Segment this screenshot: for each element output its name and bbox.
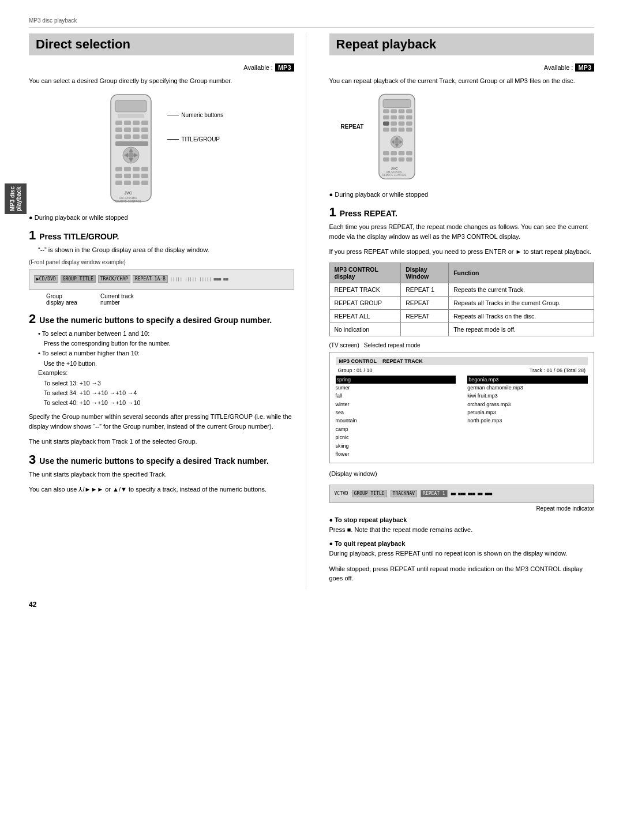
tv-screen-box: MP3 CONTROL REPEAT TRACK Group : 01 / 10… (329, 352, 595, 464)
table-cell-col3: The repeat mode is off. (449, 322, 594, 336)
tv-col1-item: skiing (336, 442, 456, 450)
tv-header-col2: REPEAT TRACK (382, 358, 423, 364)
tv-col1-item: winter (336, 400, 456, 408)
group-track-labels: Group display area Current track number (46, 293, 294, 306)
svg-rect-30 (115, 181, 122, 185)
step2-text-direct: Use the numeric buttons to specify a des… (39, 316, 272, 325)
svg-rect-64 (406, 151, 412, 155)
tv-col1-item: flower (336, 450, 456, 458)
svg-rect-49 (399, 121, 405, 125)
table-cell-col1: No indication (329, 322, 401, 336)
step2-para2: The unit starts playback from Track 1 of… (29, 437, 294, 447)
page-number: 42 (29, 601, 594, 609)
remote-svg-direct: JVC RM-SX051BU REMOTE CONTROL (99, 92, 163, 207)
tv-screen-header-row: (TV screen) Selected repeat mode (329, 342, 595, 350)
svg-rect-63 (399, 151, 405, 155)
step2-para: Specify the Group number within several … (29, 412, 294, 431)
svg-rect-44 (391, 115, 397, 119)
table-cell-col1: REPEAT ALL (329, 309, 401, 322)
example2: To select 34: +10 →+10 →+10 →4 (44, 388, 294, 398)
step3-num-direct: 3 (29, 452, 36, 467)
tv-col1-item: camp (336, 425, 456, 433)
tv-col1-item: mountain (336, 417, 456, 425)
svg-rect-40 (391, 109, 397, 113)
svg-rect-53 (399, 127, 405, 132)
table-cell-col2: REPEAT 1 (401, 283, 449, 296)
bullet-during-playback-repeat: During playback or while stopped (329, 190, 595, 200)
svg-rect-32 (133, 181, 140, 185)
svg-rect-9 (133, 127, 140, 132)
table-cell-col2: REPEAT (401, 296, 449, 309)
step1-num-direct: 1 (29, 228, 36, 243)
display-window-img: ▶CD/DVD GROUP TITLE TRACK/CHAP REPEAT 1A… (29, 269, 294, 290)
svg-rect-7 (115, 127, 122, 132)
step1-text-repeat: Press REPEAT. (340, 209, 397, 218)
svg-text:JVC: JVC (391, 166, 399, 170)
tv-track-info: Track : 01 / 06 (Total 28) (530, 367, 586, 373)
top-label: MP3 disc playback (29, 17, 594, 28)
remote-image-area-direct: JVC RM-SX051BU REMOTE CONTROL Numeric bu… (29, 92, 294, 207)
bullet-during-playback-direct: During playback or while stopped (29, 213, 294, 223)
display-window-label: (Display window) (329, 469, 595, 479)
step3-para2: You can also use ⅄/►►► or ▲/▼ to specify… (29, 485, 294, 494)
svg-rect-29 (141, 174, 148, 178)
repeat-body-text: You can repeat playback of the current T… (329, 76, 595, 86)
step2-b2-detail: Use the +10 button. (44, 359, 294, 369)
current-track-number-label: Current track number (100, 293, 134, 306)
svg-rect-33 (141, 181, 148, 185)
tv-col1-item: fall (336, 392, 456, 400)
side-tab: MP3 discplayback (5, 183, 27, 214)
step1-text-direct: Press TITLE/GROUP. (39, 232, 119, 241)
svg-rect-62 (391, 151, 397, 155)
svg-rect-28 (133, 174, 140, 178)
step2-bullet1: • To select a number between 1 and 10: P… (38, 329, 294, 408)
tv-screen-content-header: MP3 CONTROL REPEAT TRACK (336, 357, 588, 365)
display-seg-group-title: GROUP TITLE (352, 490, 387, 497)
svg-rect-6 (141, 121, 148, 125)
stop-repeat-title: To stop repeat playback (329, 516, 595, 523)
example1: To select 13: +10 →3 (44, 378, 294, 388)
direct-selection-section: MP3 discplayback Direct selection Availa… (29, 33, 306, 589)
step2-num-direct: 2 (29, 312, 36, 327)
tv-col2-item: orchard grass.mp3 (467, 400, 588, 408)
step3-para: The unit starts playback from the specif… (29, 470, 294, 479)
tv-col1-item: picnic (336, 433, 456, 441)
svg-rect-38 (383, 99, 411, 107)
svg-rect-2 (118, 114, 144, 118)
table-cell-col1: REPEAT GROUP (329, 296, 401, 309)
svg-rect-25 (141, 167, 148, 171)
step1-detail-direct: “--” is shown in the Group display area … (38, 245, 294, 256)
table-cell-col1: REPEAT TRACK (329, 283, 401, 296)
svg-rect-26 (115, 174, 122, 178)
table-col1-header: MP3 CONTROL display (329, 262, 401, 283)
display-seg-repeat1: REPEAT 1 (421, 490, 448, 497)
example3: To select 40: +10 →+10 →+10 →10 (44, 398, 294, 408)
group-display-area-label: Group display area (46, 293, 77, 306)
svg-rect-52 (391, 127, 397, 132)
tv-screen-area: (TV screen) Selected repeat mode MP3 CON… (329, 342, 595, 464)
available-text-repeat: Available : (544, 64, 573, 71)
tv-track-group-row: Group : 01 / 10 Track : 01 / 06 (Total 2… (336, 367, 588, 376)
svg-rect-10 (141, 127, 148, 132)
direct-body-text: You can select a desired Group directly … (29, 76, 294, 86)
table-cell-col2: REPEAT (401, 309, 449, 322)
repeat-playback-title: Repeat playback (329, 33, 595, 55)
remote-labels-direct: Numeric buttons TITLE/GROUP (167, 109, 223, 146)
quit-repeat-title: To quit repeat playback (329, 540, 595, 547)
table-cell-col3: Repeats the current Track. (449, 283, 594, 296)
svg-rect-43 (383, 115, 389, 119)
tv-col2-item: north pole.mp3 (467, 417, 588, 425)
svg-rect-67 (399, 157, 405, 161)
tv-col2-item: begonia.mp3 (467, 376, 588, 384)
display-seg-bars: ■■ ■■■ ■■■ ■■ ■■■ (451, 492, 493, 496)
svg-point-21 (128, 152, 134, 158)
page: MP3 disc playback MP3 discplayback Direc… (0, 0, 623, 840)
svg-text:JVC: JVC (125, 191, 133, 195)
step3-text-direct: Use the numeric buttons to specify a des… (39, 456, 269, 466)
table-row: REPEAT GROUPREPEATRepeats all Tracks in … (329, 296, 594, 309)
tv-col2-item: petunia.mp3 (467, 408, 588, 417)
step2-b1-detail: Press the corresponding button for the n… (44, 339, 294, 348)
table-cell-col3: Repeats all Tracks in the current Group. (449, 296, 594, 309)
svg-rect-27 (124, 174, 131, 178)
selected-mode-label: Selected repeat mode (364, 342, 421, 348)
